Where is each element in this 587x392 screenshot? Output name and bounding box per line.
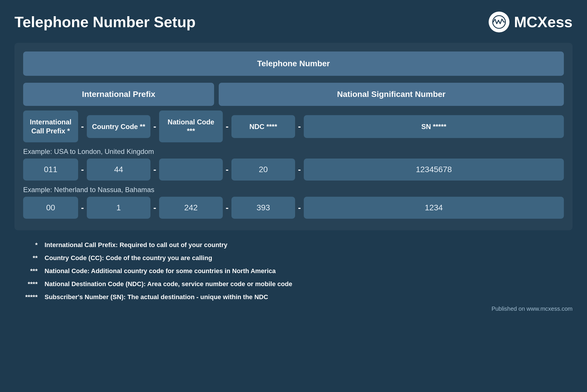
example2-label: Example: Netherland to Nassua, Bahamas	[23, 186, 564, 194]
col-header-cc: Country Code **	[87, 115, 150, 138]
sep1: -	[78, 122, 87, 131]
example2-icp: 00	[23, 197, 78, 219]
example1-label: Example: USA to London, United Kingdom	[23, 148, 564, 156]
footnote-star: *	[17, 241, 38, 249]
sep4: -	[295, 122, 304, 131]
example2-nc: 242	[159, 197, 223, 219]
footnote-star: ***	[17, 267, 38, 275]
footnote-text: National Destination Code (NDC): Area co…	[45, 280, 292, 289]
sep3: -	[223, 122, 231, 131]
published-text: Published on www.mcxess.com	[14, 305, 573, 312]
footnote-text: Country Code (CC): Code of the country y…	[45, 254, 212, 263]
footnote-star: ****	[17, 280, 38, 288]
sep2: -	[150, 122, 159, 131]
example1-sn: 12345678	[304, 159, 564, 181]
footnote-row: *****Subscriber's Number (SN): The actua…	[17, 293, 570, 302]
col-header-ndc: NDC ****	[231, 115, 295, 138]
sep11: -	[223, 203, 231, 213]
sep7: -	[223, 165, 231, 174]
telephone-number-header: Telephone Number	[23, 51, 564, 76]
example2-cc: 1	[87, 197, 150, 219]
footnote-star: **	[17, 254, 38, 262]
international-prefix-header: International Prefix	[23, 83, 214, 106]
footnote-row: **Country Code (CC): Code of the country…	[17, 254, 570, 263]
logo-text: MCXess	[514, 13, 573, 31]
page-title: Telephone Number Setup	[14, 13, 196, 31]
footnote-text: International Call Prefix: Required to c…	[45, 241, 227, 250]
footnotes: *International Call Prefix: Required to …	[14, 241, 573, 301]
page-header: Telephone Number Setup MCXess	[14, 12, 573, 32]
logo: MCXess	[489, 12, 573, 32]
logo-icon	[489, 12, 509, 32]
sep12: -	[295, 203, 304, 213]
sep8: -	[295, 165, 304, 174]
footnote-row: *International Call Prefix: Required to …	[17, 241, 570, 250]
footnote-row: ****National Destination Code (NDC): Are…	[17, 280, 570, 289]
footnote-star: *****	[17, 293, 38, 301]
example2-ndc: 393	[231, 197, 295, 219]
example1-cc: 44	[87, 159, 150, 181]
sep10: -	[150, 203, 159, 213]
footnote-text: National Code: Additional country code f…	[45, 267, 276, 276]
example2-row: 00 - 1 - 242 - 393 - 1234	[23, 197, 564, 219]
example1-ndc: 20	[231, 159, 295, 181]
example1-row: 011 - 44 - - 20 - 12345678	[23, 159, 564, 181]
footnote-text: Subscriber's Number (SN): The actual des…	[45, 293, 268, 302]
column-headers-row: InternationalCall Prefix * - Country Cod…	[23, 111, 564, 142]
col-header-sn: SN *****	[304, 115, 564, 138]
section-headers: International Prefix National Significan…	[23, 83, 564, 106]
sep9: -	[78, 203, 87, 213]
national-significant-number-header: National Significant Number	[219, 83, 564, 106]
footnote-row: ***National Code: Additional country cod…	[17, 267, 570, 276]
mcxess-icon	[492, 15, 506, 29]
example2-sn: 1234	[304, 197, 564, 219]
main-content: Telephone Number International Prefix Na…	[14, 43, 573, 230]
sep5: -	[78, 165, 87, 174]
example1-icp: 011	[23, 159, 78, 181]
col-header-icp: InternationalCall Prefix *	[23, 111, 78, 142]
col-header-nc: National Code ***	[159, 111, 223, 142]
sep6: -	[150, 165, 159, 174]
example1-nc	[159, 159, 223, 181]
